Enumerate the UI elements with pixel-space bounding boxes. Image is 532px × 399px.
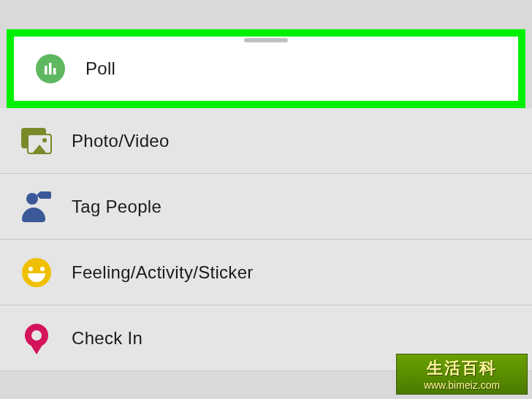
menu-item-label: Photo/Video [72, 131, 170, 151]
menu-item-poll[interactable]: Poll [14, 37, 518, 101]
composer-menu: Poll Photo/Video Tag People Feeling/ [0, 0, 532, 371]
menu-item-label: Tag People [72, 197, 162, 217]
watermark-badge: 生活百科 www.bimeiz.com [396, 354, 528, 395]
drag-handle[interactable] [244, 38, 288, 42]
menu-item-label: Check In [72, 328, 142, 349]
photo-video-icon [20, 125, 53, 157]
menu-item-tag-people[interactable]: Tag People [0, 174, 532, 240]
menu-item-label: Poll [86, 58, 115, 79]
poll-icon [34, 53, 66, 85]
check-in-icon [20, 322, 53, 354]
svg-rect-0 [45, 66, 48, 75]
menu-item-label: Feeling/Activity/Sticker [72, 262, 254, 283]
watermark-url: www.bimeiz.com [424, 379, 500, 391]
svg-rect-1 [49, 63, 52, 75]
tag-people-icon [20, 191, 53, 223]
watermark-title: 生活百科 [427, 357, 497, 379]
menu-item-photo-video[interactable]: Photo/Video [0, 108, 532, 174]
feeling-icon [20, 256, 53, 289]
menu-item-feeling[interactable]: Feeling/Activity/Sticker [0, 240, 532, 305]
svg-rect-2 [53, 68, 56, 75]
